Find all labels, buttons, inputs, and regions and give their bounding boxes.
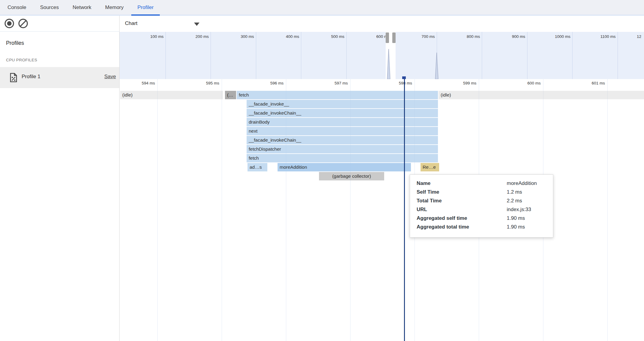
selection-handle-right[interactable] <box>392 32 396 43</box>
detail-tick-label: 600 ms <box>496 81 541 85</box>
tab-memory[interactable]: Memory <box>105 0 123 15</box>
tooltip-row: URLindex.js:33 <box>417 205 550 214</box>
cpu-profiles-section-label: CPU PROFILES <box>6 58 37 62</box>
timeline-overview[interactable]: 100 ms200 ms300 ms400 ms500 ms600 ms700 … <box>120 32 644 79</box>
flame-bar-re-e[interactable]: Re…e <box>421 163 439 171</box>
sidebar-toolbar <box>0 16 119 32</box>
flame-bar-fetch[interactable]: fetch <box>247 154 438 162</box>
overview-tick-label: 200 ms <box>164 34 209 40</box>
flame-bar-fetchdispatcher[interactable]: fetchDispatcher <box>247 145 438 153</box>
tooltip-label: Total Time <box>417 198 442 204</box>
tooltip-value: 1.2 ms <box>507 188 522 196</box>
flame-bar-next[interactable]: next <box>247 127 438 135</box>
overview-tick-label: 12 <box>637 34 644 40</box>
tooltip-row: Aggregated self time1.90 ms <box>417 214 550 223</box>
time-gridline <box>222 79 222 341</box>
playhead-handle[interactable] <box>402 76 406 79</box>
record-icon[interactable] <box>4 18 14 29</box>
detail-time-ruler: 594 ms595 ms596 ms597 ms598 ms599 ms600 … <box>120 79 644 91</box>
flame-bar--idle-[interactable]: (idle) <box>439 91 644 99</box>
detail-tick-label: 599 ms <box>431 81 476 85</box>
overview-tick-label: 100 ms <box>120 34 164 40</box>
time-gridline <box>157 79 158 341</box>
tab-network[interactable]: Network <box>73 0 91 15</box>
flame-bar--facade-invoke-[interactable]: __facade_invoke__ <box>247 100 438 108</box>
profile-name: Profile 1 <box>22 74 40 80</box>
overview-tick-label: 600 ms <box>345 34 390 40</box>
tooltip-label: Aggregated self time <box>417 215 467 221</box>
cpu-activity-spike <box>435 53 439 79</box>
flame-bar-ad-s[interactable]: ad…s <box>248 163 267 171</box>
flame-bar--idle-[interactable]: (idle) <box>120 91 223 99</box>
tooltip-row: Total Time2.2 ms <box>417 196 550 205</box>
cpu-activity-spike <box>387 49 391 79</box>
time-gridline <box>607 79 608 341</box>
profiles-sidebar: Profiles CPU PROFILES Profile 1 Save <box>0 16 120 341</box>
profile-document-icon <box>10 73 17 84</box>
tab-console[interactable]: Console <box>8 0 26 15</box>
overview-tick-label: 700 ms <box>390 34 435 40</box>
overview-tick-label: 1100 ms <box>571 34 616 40</box>
detail-tick-label: 594 ms <box>110 81 155 85</box>
tab-profiler[interactable]: Profiler <box>138 0 154 15</box>
tooltip-label: Name <box>417 180 430 186</box>
devtools-tab-bar: ConsoleSourcesNetworkMemoryProfiler <box>0 0 644 16</box>
playhead-line[interactable] <box>404 79 405 341</box>
tooltip-row: NamemoreAddition <box>417 179 550 188</box>
selection-handle-left[interactable] <box>386 32 389 43</box>
detail-tick-label: 596 ms <box>238 81 284 85</box>
flame-bar-fetch[interactable]: fetch <box>237 91 438 99</box>
frame-tooltip: NamemoreAdditionSelf Time1.2 msTotal Tim… <box>410 174 553 238</box>
tab-sources[interactable]: Sources <box>40 0 59 15</box>
overview-tick-label: 1000 ms <box>525 34 570 40</box>
profile-row[interactable]: Profile 1 Save <box>0 67 119 88</box>
flame-bar--[interactable]: (… <box>225 91 236 99</box>
tooltip-label: URL <box>417 207 427 212</box>
chart-header: Chart <box>120 16 644 32</box>
overview-tick-label: 400 ms <box>254 34 299 40</box>
detail-tick-label: 595 ms <box>174 81 219 85</box>
overview-tick-label: 500 ms <box>299 34 345 40</box>
profiles-heading: Profiles <box>6 40 24 46</box>
tooltip-row: Aggregated total time1.90 ms <box>417 223 550 231</box>
overview-tick-label: 300 ms <box>209 34 254 40</box>
flame-bar--facade-invokechain-[interactable]: __facade_invokeChain__ <box>247 136 438 144</box>
clear-icon[interactable] <box>18 18 28 29</box>
profiler-panel: ConsoleSourcesNetworkMemoryProfiler Prof… <box>0 0 644 341</box>
flame-bar--garbage-collector-[interactable]: (garbage collector) <box>319 172 384 180</box>
tooltip-value: 1.90 ms <box>507 214 525 223</box>
tooltip-value: moreAddition <box>507 179 537 188</box>
overview-tick-label: 900 ms <box>480 34 525 40</box>
flame-bar--facade-invokechain-[interactable]: __facade_invokeChain__ <box>247 109 438 117</box>
flame-bar-moreaddition[interactable]: moreAddition <box>278 163 411 171</box>
detail-tick-label: 597 ms <box>303 81 348 85</box>
tooltip-label: Self Time <box>417 189 439 195</box>
detail-tick-label: 601 ms <box>560 81 605 85</box>
tooltip-value: 2.2 ms <box>507 196 522 205</box>
flame-bar-drainbody[interactable]: drainBody <box>247 118 438 126</box>
view-mode-label: Chart <box>125 20 138 26</box>
overview-tick-line <box>618 32 618 79</box>
overview-tick-label: 800 ms <box>435 34 480 40</box>
chevron-down-icon <box>194 23 199 26</box>
tooltip-value: 1.90 ms <box>507 223 525 231</box>
view-mode-select[interactable]: Chart <box>125 20 199 28</box>
tooltip-label: Aggregated total time <box>417 224 469 230</box>
tooltip-value: index.js:33 <box>507 205 531 214</box>
detail-tick-label: 598 ms <box>367 81 412 85</box>
tooltip-row: Self Time1.2 ms <box>417 188 550 196</box>
save-profile-link[interactable]: Save <box>104 74 116 80</box>
